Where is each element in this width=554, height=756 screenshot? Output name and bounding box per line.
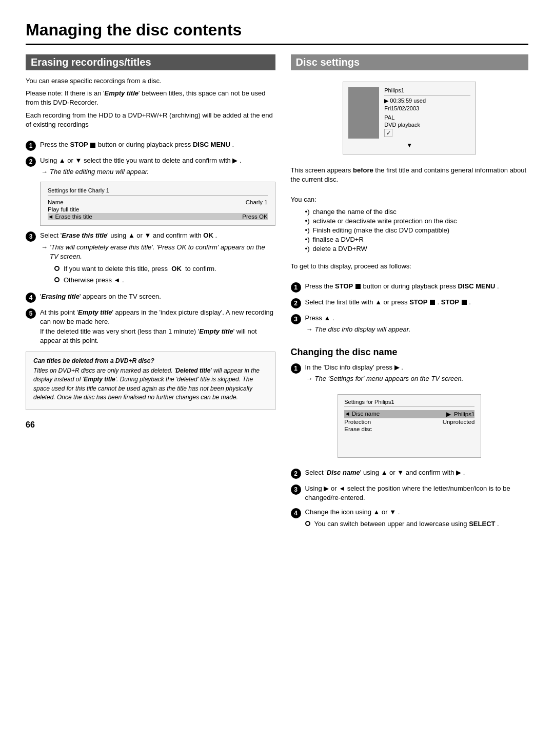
settings-screen-spacer (344, 433, 474, 453)
arrow-icon-2: → (41, 167, 48, 177)
screen-name-label: Name (48, 199, 246, 205)
note-box: Can titles be deleted from a DVD+R disc?… (26, 352, 275, 410)
stop-icon-r2a (430, 300, 435, 305)
disc-date: Fri15/02/2003 (384, 105, 470, 111)
change-step-4-bullet-text: You can switch between upper and lowerca… (314, 519, 499, 529)
step-3-bullet-1: If you want to delete this title, press … (54, 264, 275, 274)
right-step-3-result-text: The disc info display will appear. (315, 325, 528, 334)
change-step-num-2: 2 (291, 469, 301, 479)
step-3-result: → 'This will completely erase this title… (41, 243, 275, 261)
step-3-bullet-1-text: If you want to delete this title, press … (64, 264, 216, 274)
disc-intro: This screen appears before the first tit… (291, 166, 528, 184)
change-bullet-circle (305, 521, 310, 526)
settings-protection-label: Protection (344, 419, 371, 425)
note-title: Can titles be deleted from a DVD+R disc? (33, 357, 268, 364)
right-step-3-result: → The disc info display will appear. (306, 325, 528, 334)
right-step-3: 3 Press ▲ . → The disc info display will… (291, 314, 528, 334)
settings-discname-label: ◄ Disc name (344, 411, 380, 418)
change-step-num-3: 3 (291, 484, 301, 495)
settings-row-discname: ◄ Disc name ▶ Philips1 (344, 410, 474, 418)
step-1: 1 Press the STOP button or during playba… (26, 140, 275, 151)
page-number: 66 (26, 420, 275, 430)
right-step-3-content: Press ▲ . → The disc info display will a… (305, 314, 528, 334)
change-step-4: 4 Change the icon using ▲ or ▼ . You can… (291, 508, 528, 531)
screen-row-erase: ◄ Erase this title Press OK (48, 213, 268, 220)
arrow-icon-3: → (41, 243, 48, 252)
screen-name-value: Charly 1 (246, 199, 268, 205)
can-dot-3: •) (305, 226, 310, 234)
change-step-3-content: Using ▶ or ◄ select the position where t… (305, 484, 528, 502)
step-4-content: 'Erasing title' appears on the TV screen… (40, 292, 275, 301)
step-2-result: → The title editing menu will appear. (41, 167, 275, 177)
change-step-1-result-text: The 'Settings for' menu appears on the T… (315, 374, 528, 383)
disc-checkbox: ✓ (384, 129, 392, 137)
disc-screen-inner: Philips1 ▶ 00:35:59 used Fri15/02/2003 P… (348, 87, 470, 139)
proceed-label: To get to this display, proceed as follo… (291, 262, 528, 271)
step-3-result-text: 'This will completely erase this title'.… (50, 243, 275, 261)
step-num-2: 2 (26, 157, 36, 167)
disc-info-right: Philips1 ▶ 00:35:59 used Fri15/02/2003 P… (384, 87, 470, 139)
page-title: Managing the disc contents (26, 21, 528, 40)
can-dot-4: •) (305, 236, 310, 243)
title-settings-screen: Settings for title Charly 1 Name Charly … (40, 182, 275, 226)
can-dot-2: •) (305, 217, 310, 225)
change-step-4-content: Change the icon using ▲ or ▼ . You can s… (305, 508, 528, 531)
change-step-1-result: → The 'Settings for' menu appears on the… (306, 374, 528, 383)
intro-para-1: You can erase specific recordings from a… (26, 76, 275, 86)
step-num-4: 4 (26, 293, 36, 303)
change-step-1-content: In the 'Disc info display' press ▶ . → T… (305, 363, 528, 383)
step-3: 3 Select 'Erase this title' using ▲ or ▼… (26, 231, 275, 287)
settings-screen-title: Settings for Philips1 (344, 399, 474, 407)
settings-protection-value: Unprotected (443, 419, 475, 425)
can-dot-5: •) (305, 245, 310, 253)
changing-heading: Changing the disc name (291, 347, 528, 358)
right-step-2-content: Select the first title with ▲ or press S… (305, 298, 528, 307)
screen-play-label: Play full title (48, 206, 268, 212)
change-step-num-1: 1 (291, 363, 301, 374)
settings-row-protection: Protection Unprotected (344, 418, 474, 425)
stop-icon-1 (90, 143, 95, 148)
disc-info-screen: Philips1 ▶ 00:35:59 used Fri15/02/2003 P… (343, 82, 476, 154)
settings-discname-value: ▶ Philips1 (446, 411, 475, 418)
screen-row-name: Name Charly 1 (48, 199, 268, 206)
erasing-heading: Erasing recordings/titles (26, 54, 275, 70)
disc-screen-container: Philips1 ▶ 00:35:59 used Fri15/02/2003 P… (291, 76, 528, 160)
arrow-icon-c1: → (306, 374, 313, 383)
disc-philips: Philips1 (384, 87, 470, 95)
left-column: Erasing recordings/titles You can erase … (26, 54, 275, 536)
can-item-5: •)delete a DVD+RW (305, 245, 528, 253)
step-3-content: Select 'Erase this title' using ▲ or ▼ a… (40, 231, 275, 287)
screen-title: Settings for title Charly 1 (48, 187, 268, 196)
step-1-content: Press the STOP button or during playback… (40, 140, 275, 149)
can-text-4: finalise a DVD+R (312, 236, 363, 243)
change-step-1: 1 In the 'Disc info display' press ▶ . →… (291, 363, 528, 383)
step-3-bullet-2-text: Otherwise press ◄ . (64, 276, 124, 285)
note-text: Titles on DVD+R discs are only marked as… (33, 366, 268, 402)
change-step-num-4: 4 (291, 508, 301, 518)
intro-para-3: Each recording from the HDD to a DVD+RW/… (26, 111, 275, 129)
can-item-3: •)Finish editing (make the disc DVD comp… (305, 226, 528, 234)
screen-row-play: Play full title (48, 206, 268, 213)
right-column: Disc settings Philips1 ▶ 00:35:59 used F… (291, 54, 528, 536)
step-3-bullet-2: Otherwise press ◄ . (54, 276, 275, 285)
right-step-num-3: 3 (291, 314, 301, 324)
can-text-1: change the name of the disc (312, 208, 396, 216)
settings-erase-label: Erase disc (344, 426, 372, 432)
can-item-4: •)finalise a DVD+R (305, 236, 528, 243)
change-step-4-bullet: You can switch between upper and lowerca… (305, 519, 528, 529)
settings-row-erase: Erase disc (344, 425, 474, 433)
step-4: 4 'Erasing title' appears on the TV scre… (26, 292, 275, 303)
step-2-result-text: The title editing menu will appear. (50, 167, 275, 177)
main-content: Erasing recordings/titles You can erase … (26, 54, 528, 536)
arrow-icon-r3: → (306, 325, 313, 334)
right-step-2: 2 Select the first title with ▲ or press… (291, 298, 528, 308)
change-step-2-content: Select 'Disc name' using ▲ or ▼ and conf… (305, 468, 528, 477)
step-5: 5 At this point 'Empty title' appears in… (26, 308, 275, 345)
can-item-2: •)activate or deactivate write protectio… (305, 217, 528, 225)
can-text-2: activate or deactivate write protection … (312, 217, 457, 225)
screen-erase-label: ◄ Erase this title (48, 214, 242, 220)
disc-settings-heading: Disc settings (291, 54, 528, 70)
can-dot-1: •) (305, 208, 310, 216)
bullet-circle-2 (54, 277, 60, 282)
step-num-1: 1 (26, 141, 36, 151)
